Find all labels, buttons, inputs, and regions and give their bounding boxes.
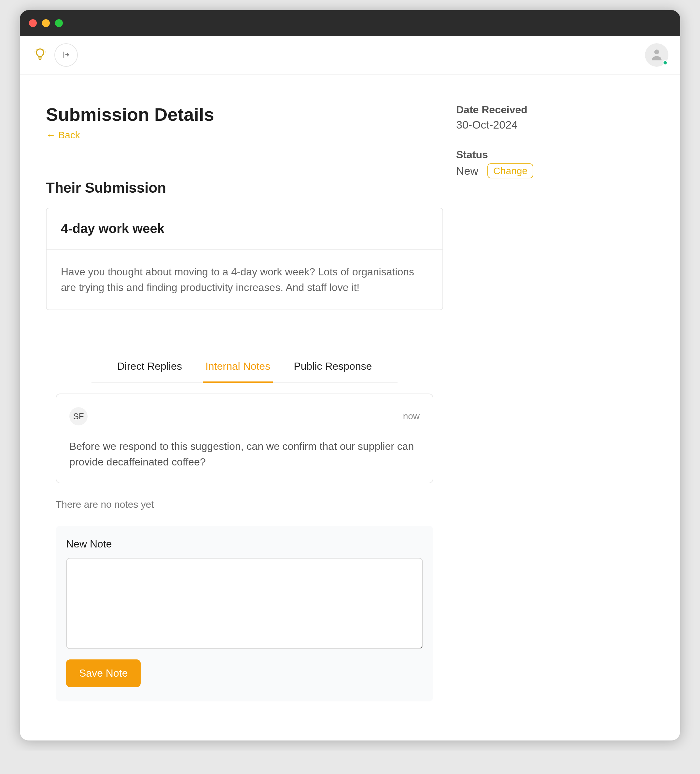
date-received-label: Date Received (456, 104, 639, 116)
note-head: SF now (70, 407, 420, 425)
lightbulb-icon (33, 47, 47, 63)
note-card: SF now Before we respond to this suggest… (56, 394, 434, 483)
window-zoom-dot[interactable] (55, 19, 63, 27)
date-received-value: 30-Oct-2024 (456, 119, 639, 131)
note-body: Before we respond to this suggestion, ca… (70, 438, 420, 470)
arrow-left-icon: ← (46, 129, 56, 141)
note-author-initials: SF (70, 407, 88, 425)
sidebar-toggle-button[interactable] (55, 43, 78, 67)
status-value: New (456, 165, 478, 177)
window-minimize-dot[interactable] (42, 19, 50, 27)
new-note-textarea[interactable] (66, 558, 423, 649)
their-submission-heading: Their Submission (46, 180, 443, 196)
window-close-dot[interactable] (29, 19, 37, 27)
page-title: Submission Details (46, 104, 443, 125)
change-status-button[interactable]: Change (487, 164, 533, 179)
save-note-button[interactable]: Save Note (66, 660, 141, 687)
new-note-panel: New Note Save Note (56, 526, 434, 701)
back-link-label: Back (58, 129, 80, 141)
sidebar-toggle-icon (61, 50, 71, 60)
tab-internal-notes[interactable]: Internal Notes (203, 352, 273, 383)
logo[interactable] (31, 46, 48, 63)
status-label: Status (456, 149, 639, 161)
submission-card: 4-day work week Have you thought about m… (46, 208, 443, 310)
submission-card-header: 4-day work week (46, 208, 442, 250)
new-note-label: New Note (66, 538, 423, 550)
content: Submission Details ← Back Their Submissi… (20, 74, 680, 741)
tab-public-response[interactable]: Public Response (291, 352, 374, 383)
window-titlebar (20, 10, 680, 36)
presence-dot (662, 60, 668, 65)
note-timestamp: now (403, 411, 420, 422)
app-window: Submission Details ← Back Their Submissi… (20, 10, 680, 741)
user-icon (650, 47, 664, 63)
status-row: New Change (456, 164, 639, 179)
tab-direct-replies[interactable]: Direct Replies (114, 352, 185, 383)
submission-body: Have you thought about moving to a 4-day… (46, 250, 442, 309)
tabs: Direct Replies Internal Notes Public Res… (91, 352, 397, 383)
empty-notes-text: There are no notes yet (56, 499, 434, 510)
main-column: Submission Details ← Back Their Submissi… (46, 104, 443, 701)
svg-point-0 (654, 50, 659, 55)
top-bar (20, 36, 680, 74)
submission-title: 4-day work week (61, 221, 428, 236)
side-column: Date Received 30-Oct-2024 Status New Cha… (456, 104, 639, 701)
back-link[interactable]: ← Back (46, 129, 80, 141)
profile-avatar[interactable] (645, 43, 669, 67)
